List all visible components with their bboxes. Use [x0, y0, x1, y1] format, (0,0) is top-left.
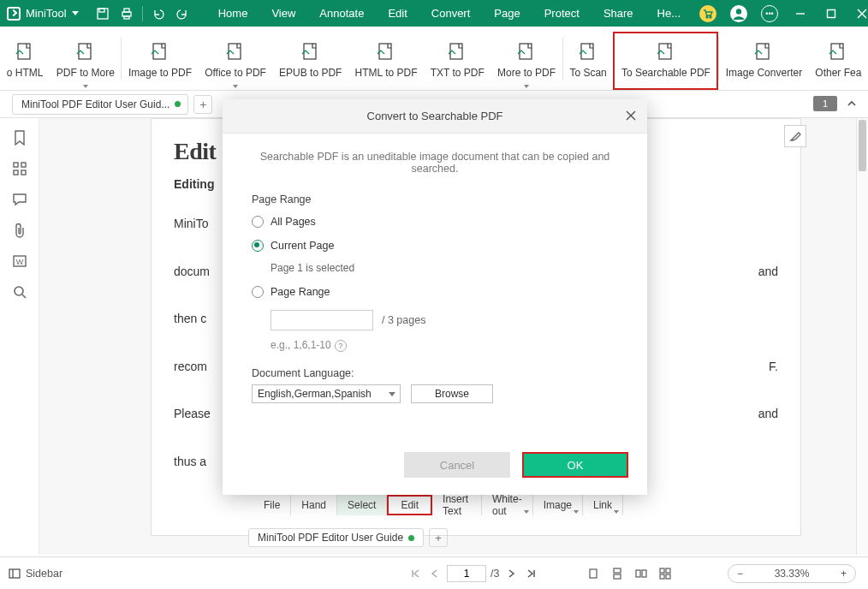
radio-page-range[interactable]: Page Range: [252, 286, 618, 298]
view-continuous-icon[interactable]: [609, 566, 625, 581]
language-select[interactable]: English,German,Spanish: [252, 384, 401, 403]
undo-icon[interactable]: [146, 0, 170, 27]
redo-icon[interactable]: [170, 0, 194, 27]
tool-image[interactable]: Image: [533, 495, 583, 515]
prev-page-button[interactable]: [427, 566, 443, 581]
comments-icon[interactable]: [9, 190, 30, 209]
svg-point-5: [706, 16, 708, 18]
collapse-ribbon-button[interactable]: [844, 94, 859, 113]
sidebar-toggle[interactable]: Sidebar: [9, 568, 62, 580]
new-tab-button[interactable]: +: [193, 95, 212, 114]
page-number-input[interactable]: [447, 565, 486, 582]
view-facing-icon[interactable]: [633, 566, 649, 581]
ribbon-label: Other Fea: [815, 67, 861, 79]
tool-hand[interactable]: Hand: [291, 495, 337, 515]
lower-document-tab[interactable]: MiniTool PDF Editor User Guide: [248, 528, 424, 547]
lower-new-tab-button[interactable]: +: [429, 528, 448, 547]
ribbon-image-converter[interactable]: Image Converter: [719, 32, 808, 90]
search-icon[interactable]: [9, 283, 30, 301]
tool-white-out[interactable]: White-out: [482, 495, 533, 515]
cancel-button[interactable]: Cancel: [404, 452, 510, 478]
ribbon-other-fea[interactable]: Other Fea: [809, 32, 868, 90]
menu-protect[interactable]: Protect: [532, 0, 592, 27]
tool-edit[interactable]: Edit: [387, 495, 432, 515]
language-value: English,German,Spanish: [258, 388, 372, 400]
maximize-button[interactable]: [816, 0, 847, 27]
svg-rect-26: [21, 163, 26, 167]
svg-point-6: [710, 16, 711, 18]
menu-help[interactable]: He...: [645, 0, 693, 27]
ok-button[interactable]: OK: [522, 452, 628, 478]
zoom-pill[interactable]: − 33.33% +: [728, 564, 856, 583]
edit-pin-button[interactable]: [784, 125, 806, 147]
radio-current-page[interactable]: Current Page: [252, 240, 618, 252]
scrollbar-thumb[interactable]: [859, 120, 866, 171]
menu-annotate[interactable]: Annotate: [307, 0, 376, 27]
ribbon-txt-to-pdf[interactable]: TXT to PDF: [424, 32, 490, 90]
page-navigator: /3: [407, 565, 538, 582]
ribbon-o-html[interactable]: o HTML: [0, 32, 50, 90]
save-icon[interactable]: [91, 0, 115, 27]
lower-tab-title: MiniTool PDF Editor User Guide: [258, 532, 403, 544]
radio-icon: [252, 286, 264, 298]
menu-view[interactable]: View: [259, 0, 307, 27]
store-button[interactable]: [693, 0, 723, 27]
account-button[interactable]: [723, 0, 754, 27]
svg-rect-23: [757, 44, 769, 59]
attachments-icon[interactable]: [9, 221, 30, 240]
ribbon-to-searchable-pdf[interactable]: To Searchable PDF: [613, 32, 718, 90]
app-menu-caret-icon: [72, 11, 79, 15]
document-convert-icon: [577, 43, 599, 60]
view-single-icon[interactable]: [586, 566, 601, 581]
tool-file[interactable]: File: [253, 495, 291, 515]
radio-all-pages[interactable]: All Pages: [252, 216, 618, 228]
bookmark-icon[interactable]: [9, 128, 30, 147]
ribbon-pdf-to-more[interactable]: PDF to More: [50, 32, 121, 90]
radio-label: Page Range: [271, 286, 330, 298]
minimize-button[interactable]: [785, 0, 816, 27]
ribbon-html-to-pdf[interactable]: HTML to PDF: [348, 32, 424, 90]
zoom-in-icon[interactable]: +: [841, 568, 847, 580]
unsaved-dot-icon: [175, 101, 181, 107]
modal-close-button[interactable]: [621, 106, 640, 125]
last-page-button[interactable]: [523, 566, 538, 581]
ribbon-office-to-pdf[interactable]: Office to PDF: [199, 32, 273, 90]
word-export-icon[interactable]: W: [9, 252, 30, 271]
app-logo-area[interactable]: MiniTool: [0, 0, 82, 27]
ribbon-image-to-pdf[interactable]: Image to PDF: [122, 32, 198, 90]
page-range-input[interactable]: [271, 310, 373, 330]
first-page-button[interactable]: [407, 566, 423, 581]
close-button[interactable]: [847, 0, 868, 27]
ribbon-more-to-pdf[interactable]: More to PDF: [490, 32, 562, 90]
thumbnails-icon[interactable]: [9, 159, 30, 178]
side-tool-panel: W: [0, 118, 39, 555]
menu-home[interactable]: Home: [206, 0, 260, 27]
radio-icon: [252, 240, 264, 252]
document-tab[interactable]: MiniTool PDF Editor User Guid...: [12, 94, 188, 115]
ribbon-label: o HTML: [7, 67, 44, 79]
menu-page[interactable]: Page: [482, 0, 532, 27]
vertical-scrollbar[interactable]: [856, 118, 868, 555]
view-grid-icon[interactable]: [657, 566, 673, 581]
menu-convert[interactable]: Convert: [419, 0, 483, 27]
menu-share[interactable]: Share: [592, 0, 645, 27]
ribbon-label: TXT to PDF: [431, 67, 485, 79]
modal-description: Searchable PDF is an uneditable image do…: [252, 151, 618, 175]
ribbon-to-scan[interactable]: To Scan: [563, 32, 614, 90]
next-page-button[interactable]: [503, 566, 519, 581]
feedback-button[interactable]: •••: [754, 0, 785, 27]
menu-edit[interactable]: Edit: [376, 0, 419, 27]
print-icon[interactable]: [115, 0, 139, 27]
zoom-out-icon[interactable]: −: [737, 568, 743, 580]
tool-insert-text[interactable]: Insert Text: [432, 495, 482, 515]
tool-select[interactable]: Select: [337, 495, 387, 515]
browse-button[interactable]: Browse: [411, 384, 493, 403]
document-convert-icon: [224, 43, 247, 60]
language-label: Document Language:: [252, 367, 618, 379]
svg-rect-40: [614, 568, 621, 573]
zoom-control: − 33.33% +: [728, 564, 856, 583]
ribbon-label: Office to PDF: [205, 67, 266, 79]
help-icon[interactable]: ?: [335, 340, 347, 352]
ribbon-epub-to-pdf[interactable]: EPUB to PDF: [273, 32, 349, 90]
tool-link[interactable]: Link: [583, 495, 623, 515]
